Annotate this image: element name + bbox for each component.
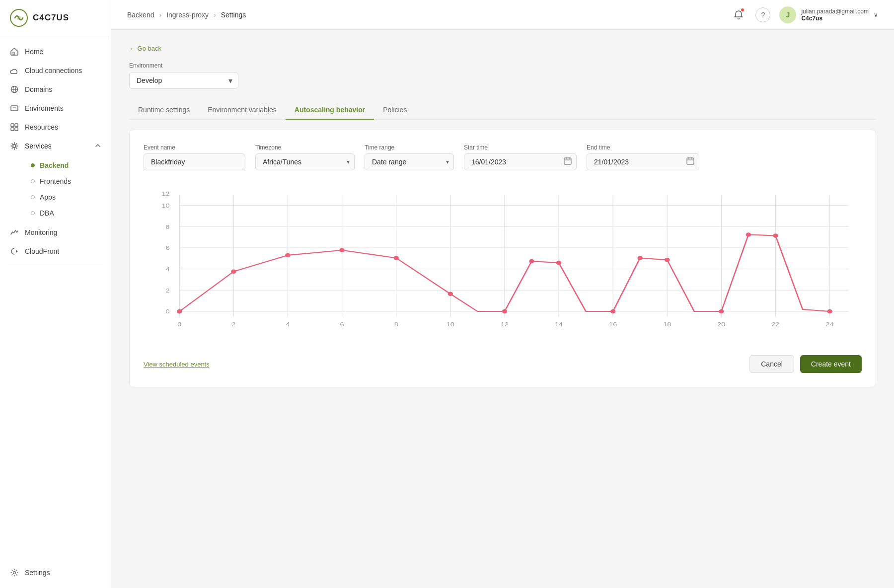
end-time-input[interactable]	[587, 153, 699, 170]
environment-select[interactable]: Develop Staging Production	[129, 72, 238, 89]
sidebar-item-monitoring-label: Monitoring	[25, 228, 57, 236]
end-time-group: End time	[587, 144, 699, 170]
sidebar-sub-dba[interactable]: DBA	[25, 205, 111, 221]
monitoring-icon	[10, 228, 19, 237]
event-name-input[interactable]	[144, 153, 245, 170]
sidebar-item-cloudfront[interactable]: CloudFront	[0, 242, 111, 261]
settings-icon	[10, 568, 19, 577]
chart-point	[231, 270, 236, 274]
sidebar-sub-frontends[interactable]: Frontends	[25, 173, 111, 189]
user-menu[interactable]: J julian.parada@gmail.com C4c7us ∨	[779, 6, 878, 23]
sidebar-item-cloud[interactable]: Cloud connections	[0, 61, 111, 80]
start-time-input[interactable]	[464, 153, 577, 170]
user-email: julian.parada@gmail.com	[801, 8, 869, 15]
svg-text:16: 16	[609, 321, 617, 327]
cloud-icon	[10, 66, 19, 75]
sidebar-item-resources[interactable]: Resources	[0, 118, 111, 137]
chart-point	[339, 248, 345, 253]
chart-point	[637, 256, 643, 260]
svg-rect-9	[11, 128, 14, 131]
logo-text: C4C7US	[33, 13, 69, 23]
sidebar-item-home[interactable]: Home	[0, 42, 111, 61]
sidebar: C4C7US Home Cloud connections Domains	[0, 0, 111, 588]
sidebar-sub-frontends-label: Frontends	[40, 177, 71, 185]
svg-text:20: 20	[717, 321, 725, 327]
svg-text:8: 8	[394, 321, 398, 327]
sidebar-sub-apps[interactable]: Apps	[25, 189, 111, 205]
timezone-select-wrap: Africa/Tunes UTC America/New_York Europe…	[255, 153, 355, 170]
svg-point-1	[17, 16, 21, 20]
time-range-select-wrap: Date range Custom ▾	[365, 153, 454, 170]
svg-text:2: 2	[231, 321, 235, 327]
action-buttons: Cancel Create event	[749, 355, 862, 373]
svg-text:6: 6	[166, 245, 170, 251]
resources-icon	[10, 123, 19, 132]
sidebar-item-domains-label: Domains	[25, 85, 52, 93]
cancel-button[interactable]: Cancel	[749, 355, 794, 373]
header-right: ? J julian.parada@gmail.com C4c7us ∨	[731, 6, 878, 23]
sidebar-sub-backend[interactable]: Backend	[25, 157, 111, 173]
env-label: Environment	[129, 62, 876, 69]
line-chart-svg: 0 2 4 6 8 10 12 0 2 4 6 8 10 12 14 16	[144, 184, 862, 343]
chart-point	[827, 309, 832, 314]
tab-autoscaling[interactable]: Autoscaling behavior	[286, 101, 374, 120]
sidebar-item-settings-label: Settings	[25, 569, 50, 577]
timezone-select[interactable]: Africa/Tunes UTC America/New_York Europe…	[255, 153, 355, 170]
logo-icon	[10, 9, 28, 27]
user-avatar: J	[779, 6, 796, 23]
footer-row: View scheduled events Cancel Create even…	[144, 355, 862, 373]
start-time-label: Star time	[464, 144, 577, 151]
event-name-label: Event name	[144, 144, 245, 151]
svg-rect-2	[13, 52, 14, 55]
svg-rect-10	[15, 128, 18, 131]
tab-policies[interactable]: Policies	[374, 101, 416, 120]
start-time-group: Star time	[464, 144, 577, 170]
user-info: julian.parada@gmail.com C4c7us	[801, 8, 869, 22]
svg-rect-6	[11, 106, 18, 111]
breadcrumb: Backend › Ingress-proxy › Settings	[127, 11, 246, 19]
svg-text:0: 0	[166, 308, 170, 315]
chart-point	[719, 309, 724, 314]
time-range-group: Time range Date range Custom ▾	[365, 144, 454, 170]
view-scheduled-events-link[interactable]: View scheduled events	[144, 361, 210, 368]
breadcrumb-backend[interactable]: Backend	[127, 11, 154, 19]
inactive-dot-2	[31, 195, 35, 199]
sidebar-sub-backend-label: Backend	[40, 161, 69, 169]
svg-text:2: 2	[166, 287, 170, 294]
sidebar-item-domains[interactable]: Domains	[0, 80, 111, 99]
svg-text:8: 8	[166, 223, 170, 230]
settings-tabs: Runtime settings Environment variables A…	[129, 101, 876, 120]
end-time-input-wrap	[587, 153, 699, 170]
sidebar-item-monitoring[interactable]: Monitoring	[0, 223, 111, 242]
svg-rect-7	[11, 124, 14, 127]
sidebar-item-services[interactable]: Services	[0, 137, 111, 155]
svg-text:0: 0	[177, 321, 181, 327]
breadcrumb-ingress[interactable]: Ingress-proxy	[166, 11, 209, 19]
help-button[interactable]: ?	[755, 7, 770, 22]
sidebar-item-settings[interactable]: Settings	[0, 563, 111, 582]
form-row: Event name Timezone Africa/Tunes UTC Ame…	[144, 144, 862, 170]
sidebar-item-services-label: Services	[25, 142, 52, 150]
create-event-button[interactable]: Create event	[800, 355, 862, 373]
user-org: C4c7us	[801, 15, 869, 22]
go-back-link[interactable]: ← Go back	[129, 45, 161, 52]
sidebar-item-environments[interactable]: Enviroments	[0, 99, 111, 118]
services-icon	[10, 142, 19, 150]
notification-button[interactable]	[731, 7, 746, 23]
timezone-label: Timezone	[255, 144, 355, 151]
svg-point-12	[13, 572, 16, 574]
env-select-wrapper: Develop Staging Production ▾	[129, 72, 238, 89]
tab-env-vars[interactable]: Environment variables	[199, 101, 286, 120]
envs-icon	[10, 104, 19, 113]
chevron-up-icon	[95, 142, 101, 150]
sidebar-item-cloudfront-label: CloudFront	[25, 247, 59, 255]
logo-area: C4C7US	[0, 0, 111, 36]
content-area: ← Go back Environment Develop Staging Pr…	[111, 30, 894, 588]
user-dropdown-arrow: ∨	[874, 11, 878, 18]
sidebar-bottom: Settings	[0, 557, 111, 588]
tab-runtime[interactable]: Runtime settings	[129, 101, 199, 120]
time-range-select[interactable]: Date range Custom	[365, 153, 454, 170]
chart-point	[448, 292, 453, 296]
domains-icon	[10, 85, 19, 94]
chart-point	[746, 232, 751, 237]
